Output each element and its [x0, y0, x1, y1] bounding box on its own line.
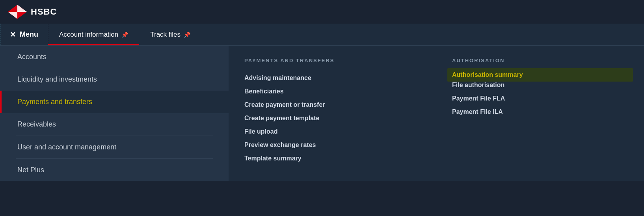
sidebar-item-receivables-label: Receivables — [17, 120, 56, 128]
close-icon: ✕ — [10, 30, 16, 39]
sidebar-item-payments[interactable]: Payments and transfers — [0, 91, 229, 113]
hsbc-brand-text: HSBC — [31, 7, 57, 17]
dropdown-area: Accounts Liquidity and investments Payme… — [0, 46, 644, 181]
link-create-template[interactable]: Create payment template — [244, 112, 421, 125]
top-bar: HSBC — [0, 0, 644, 24]
pin-icon-account: 📌 — [121, 32, 128, 38]
svg-marker-1 — [17, 5, 27, 12]
sidebar-item-liquidity-label: Liquidity and investments — [17, 75, 97, 83]
link-file-upload[interactable]: File upload — [244, 125, 421, 138]
sidebar-item-net-plus-label: Net Plus — [17, 166, 44, 174]
link-payment-file-ila[interactable]: Payment File ILA — [452, 105, 628, 119]
link-template-summary[interactable]: Template summary — [244, 152, 421, 165]
nav-item-track-files-label: Track files — [150, 31, 181, 39]
sidebar-item-receivables[interactable]: Receivables — [0, 113, 229, 136]
sidebar-item-liquidity[interactable]: Liquidity and investments — [0, 68, 229, 91]
nav-item-account-information-label: Account information — [59, 31, 118, 39]
sidebar-item-user-management-label: User and account management — [17, 143, 116, 151]
payments-section: PAYMENTS AND TRANSFERS Advising maintena… — [244, 58, 421, 169]
menu-label: Menu — [20, 30, 38, 39]
link-payment-file-fla[interactable]: Payment File FLA — [452, 92, 628, 105]
sidebar-item-accounts[interactable]: Accounts — [0, 46, 229, 68]
nav-item-track-files[interactable]: Track files 📌 — [139, 24, 201, 45]
sidebar-item-user-management[interactable]: User and account management — [0, 136, 229, 158]
sidebar-item-payments-label: Payments and transfers — [17, 98, 92, 106]
link-file-authorisation[interactable]: File authorisation — [452, 78, 628, 92]
menu-button[interactable]: ✕ Menu — [0, 24, 48, 45]
link-create-payment[interactable]: Create payment or transfer — [244, 98, 421, 112]
pin-icon-track: 📌 — [184, 32, 190, 38]
authorisation-section-title: AUTHORISATION — [452, 58, 628, 63]
authorisation-section: AUTHORISATION Authorisation summary File… — [452, 58, 628, 169]
nav-item-account-information[interactable]: Account information 📌 — [48, 24, 139, 45]
sidebar-item-net-plus[interactable]: Net Plus — [0, 159, 229, 181]
logo-area: HSBC — [8, 5, 57, 19]
link-advising-maintenance[interactable]: Advising maintenance — [244, 71, 421, 85]
right-panel: PAYMENTS AND TRANSFERS Advising maintena… — [229, 46, 644, 181]
link-beneficiaries[interactable]: Beneficiaries — [244, 85, 421, 98]
svg-marker-2 — [8, 12, 17, 19]
link-preview-exchange[interactable]: Preview exchange rates — [244, 138, 421, 152]
hsbc-logo-icon — [8, 5, 27, 19]
sidebar-item-accounts-label: Accounts — [17, 53, 47, 61]
sidebar-menu: Accounts Liquidity and investments Payme… — [0, 46, 229, 181]
nav-bar: ✕ Menu Account information 📌 Track files… — [0, 24, 644, 46]
payments-section-title: PAYMENTS AND TRANSFERS — [244, 58, 421, 63]
